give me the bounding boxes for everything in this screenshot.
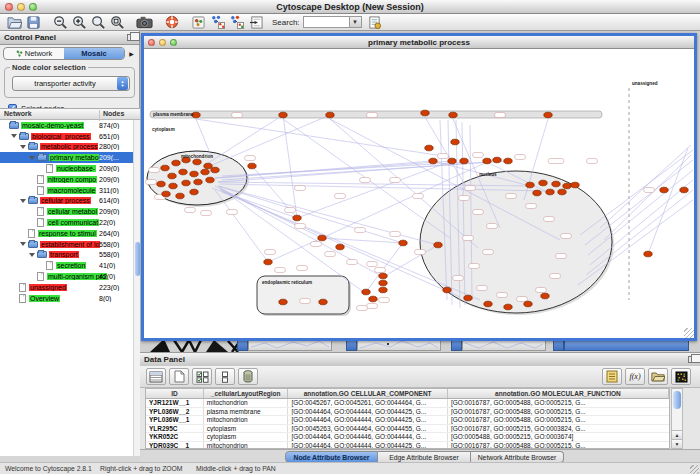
network-node[interactable] [204, 163, 212, 169]
table-cell[interactable]: [GO:0005488, GO:0005215, GO:0003674] [448, 433, 669, 441]
tree-row[interactable]: transport558(0) [0, 250, 140, 261]
table-scrollbar[interactable]: ▲ ▼ [671, 388, 683, 449]
attribute-batch-icon[interactable] [366, 15, 383, 30]
more-tabs-icon[interactable]: ▶ [127, 50, 136, 57]
network-node[interactable] [318, 235, 326, 241]
tree-row-label[interactable]: response to stimul [38, 230, 97, 237]
tree-row[interactable]: cell communicat22(0) [0, 217, 140, 228]
scroll-up-icon[interactable]: ▲ [672, 430, 682, 439]
snapshot-icon[interactable] [136, 15, 153, 30]
network-node[interactable] [248, 163, 256, 169]
expand-arrow-icon[interactable] [20, 242, 26, 246]
network-node[interactable] [264, 259, 272, 265]
network-node[interactable] [319, 299, 327, 305]
tree-row[interactable]: macromolecule311(0) [0, 185, 140, 196]
network-node[interactable] [539, 180, 547, 186]
tree-row-label[interactable]: nitrogen compo [47, 176, 97, 183]
table-row[interactable]: YDR039C__1mitochondrion[GO:0044464, GO:0… [146, 442, 669, 450]
network-node[interactable] [399, 240, 407, 246]
tree-row-label[interactable]: mosaic-demo-yeast [21, 122, 84, 129]
table-cell[interactable]: [GO:0044464, GO:0044444, GO:0044425, G..… [288, 416, 447, 424]
select-attributes-icon[interactable] [192, 368, 212, 385]
table-cell[interactable]: [GO:0045263, GO:0044464, GO:0044455, G..… [288, 425, 447, 433]
network-node[interactable] [425, 145, 433, 151]
network-node[interactable] [541, 293, 549, 299]
tree-row[interactable]: unassigned223(0) [0, 282, 140, 293]
vizmapper-icon[interactable] [247, 15, 264, 30]
network-node[interactable] [379, 273, 387, 279]
network-node[interactable] [193, 159, 201, 165]
network-node[interactable] [524, 301, 532, 307]
table-cell[interactable]: [GO:0016787, GO:0005215, GO:0003824, G..… [448, 425, 669, 433]
tree-row[interactable]: Overview8(0) [0, 293, 140, 304]
tree-row-label[interactable]: macromolecule [47, 187, 96, 194]
network-node[interactable] [644, 251, 652, 257]
help-icon[interactable] [163, 15, 180, 30]
formula-icon[interactable]: f(x) [625, 368, 645, 385]
network-node[interactable] [504, 304, 512, 310]
save-icon[interactable] [25, 15, 42, 30]
tree-row-label[interactable]: primary metabol [49, 154, 101, 161]
table-cell[interactable]: YLR295C [146, 425, 204, 433]
expand-arrow-icon[interactable] [20, 199, 26, 203]
table-cell[interactable]: [GO:0044464, GO:0044446, GO:0044444, G..… [288, 433, 447, 441]
tree-row[interactable]: multi-organism pro42(0) [0, 271, 140, 282]
network-node[interactable] [190, 171, 198, 177]
tree-row-label[interactable]: Overview [29, 295, 60, 302]
network-node[interactable] [162, 191, 170, 197]
network-node[interactable] [449, 112, 457, 118]
tree-row[interactable]: nucleobase-209(0) [0, 163, 140, 174]
network-node[interactable] [161, 165, 169, 171]
network-node[interactable] [421, 110, 429, 116]
table-row[interactable]: YPL036W__1mitochondrion[GO:0044464, GO:0… [146, 416, 669, 425]
delete-attribute-icon[interactable] [238, 368, 258, 385]
tree-row-label[interactable]: cellular process [40, 197, 91, 204]
column-header[interactable]: annotation.GO MOLECULAR_FUNCTION [448, 389, 669, 398]
network-node[interactable] [336, 244, 344, 250]
tree-col-network[interactable]: Network [4, 110, 32, 117]
network-node[interactable] [464, 295, 472, 301]
network-node[interactable] [206, 177, 214, 183]
table-scrollbar-thumb[interactable] [673, 391, 681, 409]
attribute-matrix-icon[interactable] [671, 368, 691, 385]
network-node[interactable] [493, 157, 501, 163]
tree-row[interactable]: response to stimul264(0) [0, 228, 140, 239]
tree-row-label[interactable]: establishment of lo [40, 241, 100, 248]
table-row[interactable]: YJR121W__1mitochondrion[GO:0045267, GO:0… [146, 399, 669, 408]
open-icon[interactable] [6, 15, 23, 30]
tree-row-label[interactable]: metabolic process [40, 143, 98, 150]
network-node[interactable] [176, 193, 184, 199]
network-node[interactable] [194, 179, 202, 185]
network-node[interactable] [526, 182, 534, 188]
network-node[interactable] [369, 296, 377, 302]
network-node[interactable] [379, 287, 387, 293]
network-node[interactable] [326, 112, 334, 118]
table-cell[interactable]: [GO:0044464, GO:0044444, GO:0044425, G..… [288, 408, 447, 416]
network-node[interactable] [558, 189, 566, 195]
expand-arrow-icon[interactable] [29, 253, 35, 257]
unselect-attributes-icon[interactable] [215, 368, 235, 385]
column-header[interactable]: _cellularLayoutRegion [204, 389, 289, 398]
tree-row-label[interactable]: secretion [56, 262, 86, 269]
network-node[interactable] [362, 289, 370, 295]
table-cell[interactable]: [GO:0016787, GO:0005488, GO:0005215, G..… [448, 416, 669, 424]
network-node[interactable] [448, 158, 456, 164]
tree-row[interactable]: primary metabol209(... [0, 152, 140, 163]
network-canvas[interactable]: plasma membranecytoplasmmitochondrionnuc… [144, 49, 694, 338]
table-cell[interactable]: cytoplasm [204, 425, 289, 433]
table-row[interactable]: YPL036W__2plasma membrane[GO:0044464, GO… [146, 408, 669, 417]
zoom-fit-icon[interactable] [90, 15, 107, 30]
search-input[interactable] [303, 16, 349, 28]
table-cell[interactable]: YDR039C__1 [146, 442, 204, 450]
tree-row[interactable]: cellular process614(0) [0, 196, 140, 207]
network-node[interactable] [546, 189, 554, 195]
notes-icon[interactable] [602, 368, 622, 385]
network-node[interactable] [483, 158, 491, 164]
tree-row-label[interactable]: cell communicat [47, 219, 99, 226]
tree-row[interactable]: mosaic-demo-yeast874(0) [0, 120, 140, 131]
table-cell[interactable]: mitochondrion [204, 399, 289, 407]
tree-row[interactable]: metabolic process280(0) [0, 142, 140, 153]
app-resize-grip[interactable] [690, 465, 699, 474]
network-node[interactable] [190, 189, 198, 195]
tree-row-label[interactable]: unassigned [29, 284, 67, 291]
